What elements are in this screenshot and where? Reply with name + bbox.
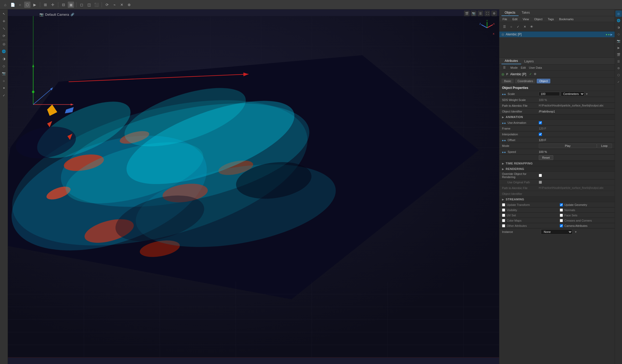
left-icon-mat[interactable]: ◑ xyxy=(1,55,7,62)
tool-active[interactable]: ⬡ xyxy=(24,2,30,8)
vp-icon-layers[interactable]: ☰ xyxy=(478,10,483,16)
left-icon-scene[interactable]: 🌐 xyxy=(1,48,7,55)
tool-knife[interactable]: ⌁ xyxy=(111,2,118,8)
mode-loop-button[interactable]: Loop xyxy=(597,143,612,148)
stream-face-sets-check[interactable] xyxy=(560,214,563,217)
tool-circle[interactable]: ○ xyxy=(17,2,23,8)
stream-update-geometry-check[interactable] xyxy=(560,203,563,206)
tab-takes[interactable]: Takes xyxy=(519,10,533,16)
properties-scroll[interactable]: Object Properties ◆ Scale Centimeters ▼ xyxy=(499,84,615,364)
vp-icon-film[interactable]: 🎬 xyxy=(464,10,470,16)
stream-uv-set-check[interactable] xyxy=(502,214,505,217)
right-icon-scene[interactable]: 🌐 xyxy=(615,17,622,24)
left-icon-scale[interactable]: ⤡ xyxy=(1,25,7,32)
tab-basic[interactable]: Basic xyxy=(501,79,514,83)
scale-input[interactable] xyxy=(539,92,560,96)
tab-coordinates[interactable]: Coordinates xyxy=(515,79,536,83)
section-time-remap-header[interactable]: ▶ TIME REMAPPING xyxy=(499,161,615,166)
stream-visibility-check[interactable] xyxy=(502,208,505,212)
tool-sel1[interactable]: ◻ xyxy=(79,2,85,8)
tab-layers[interactable]: Layers xyxy=(521,58,537,64)
stream-update-transform-check[interactable] xyxy=(502,203,505,206)
reset-button[interactable]: Reset xyxy=(539,155,553,160)
menu-bookmarks[interactable]: Bookmarks xyxy=(557,17,575,21)
right-icon-material[interactable]: ◑ xyxy=(615,24,622,30)
right-icon-settings[interactable]: ⚙ xyxy=(615,65,622,71)
left-icon-move[interactable]: ✛ xyxy=(1,18,7,25)
obj-icon-eye[interactable]: 👁 xyxy=(529,24,535,30)
obj-icon-menu[interactable]: ☰ xyxy=(501,24,507,30)
attr-menu-icon[interactable]: ☰ xyxy=(501,65,507,71)
stream-creases-corners-check[interactable] xyxy=(560,219,563,222)
left-icon-tag[interactable]: ◇ xyxy=(1,63,7,69)
obj-icon-x[interactable]: ✕ xyxy=(522,24,528,30)
menu-view[interactable]: View xyxy=(521,17,531,21)
right-icon-layers[interactable]: ☰ xyxy=(615,58,622,65)
menu-file[interactable]: File xyxy=(501,17,509,21)
tool-coord1[interactable]: ⊞ xyxy=(42,2,49,8)
use-anim-checkbox[interactable] xyxy=(539,121,542,124)
tool-x1[interactable]: ✕ xyxy=(119,2,125,8)
scale-dropdown-arrow[interactable]: ▼ xyxy=(586,93,588,95)
instance-dropdown-icon[interactable]: ▼ xyxy=(574,231,577,233)
tab-object[interactable]: Object xyxy=(537,79,550,83)
tool-home[interactable]: ⌂ xyxy=(2,2,8,8)
stream-camera-attrs-check[interactable] xyxy=(560,224,563,227)
menu-tags[interactable]: Tags xyxy=(546,17,555,21)
submenu-edit[interactable]: Edit xyxy=(521,66,526,69)
attr-obj-gear[interactable]: ⚙ xyxy=(534,72,536,76)
use-original-checkbox[interactable] xyxy=(539,181,542,184)
instance-select[interactable]: None xyxy=(541,229,572,234)
tool-poly[interactable]: ▣ xyxy=(68,2,74,8)
tool-coord2[interactable]: ✛ xyxy=(50,2,56,8)
obj-icon-circle[interactable]: ○ xyxy=(508,24,514,30)
scale-unit-select[interactable]: Centimeters xyxy=(561,92,584,96)
right-icon-film[interactable]: 🎬 xyxy=(615,51,622,58)
right-icon-check[interactable]: ✓ xyxy=(615,79,622,85)
right-icon-camera[interactable]: 📷 xyxy=(615,38,622,44)
left-icon-check[interactable]: ✓ xyxy=(1,92,7,99)
section-rendering-header[interactable]: ▶ RENDERING xyxy=(499,166,615,172)
stream-color-maps-check[interactable] xyxy=(502,219,505,222)
tool-grid[interactable]: ⊟ xyxy=(60,2,67,8)
tool-render[interactable]: ▶ xyxy=(32,2,38,8)
tab-attributes[interactable]: Attributes xyxy=(501,58,521,64)
menu-object[interactable]: Object xyxy=(532,17,544,21)
tool-x2[interactable]: ⊕ xyxy=(126,2,132,8)
override-value xyxy=(539,174,612,177)
interp-checkbox[interactable] xyxy=(539,133,542,136)
vp-icon-expand[interactable]: ⛶ xyxy=(484,10,490,16)
override-checkbox[interactable] xyxy=(539,174,542,177)
tool-sel3[interactable]: ⬛ xyxy=(93,2,100,8)
submenu-mode[interactable]: Mode xyxy=(510,66,518,69)
section-animation-header[interactable]: ▶ ANIMATION xyxy=(499,114,615,120)
prop-reset: Reset xyxy=(499,155,615,161)
tool-loop[interactable]: ⟳ xyxy=(104,2,110,8)
vp-icon-settings[interactable]: ⚙ xyxy=(491,10,497,16)
tab-objects[interactable]: Objects xyxy=(501,10,519,16)
submenu-userdata[interactable]: User Data xyxy=(529,66,542,69)
right-icon-node[interactable]: ⬡ xyxy=(615,72,622,78)
right-icon-video[interactable]: ▶ xyxy=(615,45,622,51)
left-icon-fx[interactable]: ✦ xyxy=(1,85,7,92)
left-icon-rotate[interactable]: ⟳ xyxy=(1,33,7,39)
object-item-alembic[interactable]: ◎ Alembic [P] ● ● ▶ xyxy=(499,31,615,37)
left-icon-pointer[interactable]: ↖ xyxy=(1,10,7,17)
right-icon-object[interactable]: ◎ xyxy=(615,10,622,17)
left-icon-light[interactable]: ☼ xyxy=(1,77,7,84)
left-icon-obj[interactable]: ◎ xyxy=(1,41,7,47)
svg-point-43 xyxy=(111,187,209,250)
right-icon-tag[interactable]: ◇ xyxy=(615,31,622,37)
menu-edit[interactable]: Edit xyxy=(511,17,519,21)
tool-sel2[interactable]: ◫ xyxy=(86,2,92,8)
stream-normals-check[interactable] xyxy=(560,208,563,212)
stream-other-attrs-check[interactable] xyxy=(502,224,505,227)
tool-new[interactable]: 📄 xyxy=(9,2,16,8)
section-streaming-header[interactable]: ▶ STREAMING xyxy=(499,197,615,202)
vp-icon-cam[interactable]: 📷 xyxy=(471,10,477,16)
left-icon-cam[interactable]: 📷 xyxy=(1,70,7,77)
obj-icon-check[interactable]: ✓ xyxy=(515,24,521,30)
viewport[interactable]: 📷 Default Camera 🔗 🎬 📷 ☰ ⛶ ⚙ X Y Z X xyxy=(8,9,499,364)
mode-play-button[interactable]: Play xyxy=(539,143,597,148)
stream-face-sets-label: Face Sets xyxy=(564,214,578,217)
